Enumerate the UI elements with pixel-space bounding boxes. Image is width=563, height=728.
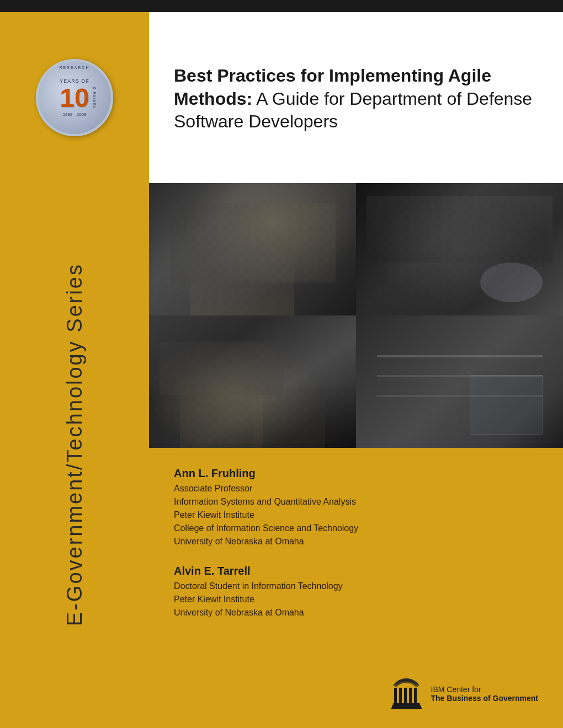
badge-number: 10 bbox=[60, 85, 89, 111]
page: Research & Results Years of 10 1998 - 20… bbox=[0, 0, 563, 728]
author2-title: Doctoral Student in Information Technolo… bbox=[174, 580, 538, 593]
svg-rect-1 bbox=[399, 688, 402, 703]
svg-rect-3 bbox=[409, 688, 412, 703]
main-title: Best Practices for Implementing Agile Me… bbox=[174, 65, 538, 133]
ibm-logo-container: IBM Center for The Business of Governmen… bbox=[174, 676, 538, 711]
author1-dept: Information Systems and Quantitative Ana… bbox=[174, 495, 538, 508]
ibm-center-line2: The Business of Government bbox=[431, 694, 538, 703]
author2-name: Alvin E. Tarrell bbox=[174, 565, 538, 577]
ibm-icon bbox=[389, 676, 424, 711]
series-text-container: E-Government/Technology Series bbox=[63, 183, 87, 728]
ibm-center-line1: IBM Center for bbox=[431, 685, 538, 694]
content-area: Best Practices for Implementing Agile Me… bbox=[149, 12, 563, 728]
badge-container: Research & Results Years of 10 1998 - 20… bbox=[0, 12, 149, 183]
author2-block: Alvin E. Tarrell Doctoral Student in Inf… bbox=[174, 565, 538, 619]
ibm-logo: IBM Center for The Business of Governmen… bbox=[389, 676, 538, 711]
authors-container: Ann L. Fruhling Associate Professor Info… bbox=[174, 467, 538, 619]
svg-rect-7 bbox=[391, 708, 422, 709]
badge-arc-top: Research bbox=[60, 66, 90, 69]
svg-rect-2 bbox=[404, 688, 407, 703]
svg-rect-4 bbox=[414, 688, 417, 703]
author2-university: University of Nebraska at Omaha bbox=[174, 606, 538, 619]
sidebar: Research & Results Years of 10 1998 - 20… bbox=[0, 12, 149, 728]
photo-2 bbox=[356, 183, 563, 315]
svg-rect-5 bbox=[393, 703, 420, 705]
photo-1 bbox=[149, 183, 356, 315]
photo-4 bbox=[356, 315, 563, 448]
ibm-text-block: IBM Center for The Business of Governmen… bbox=[431, 685, 538, 703]
author1-institute: Peter Kiewit Institute bbox=[174, 508, 538, 522]
photo-3 bbox=[149, 315, 356, 448]
badge: Research & Results Years of 10 1998 - 20… bbox=[36, 59, 113, 136]
author1-block: Ann L. Fruhling Associate Professor Info… bbox=[174, 467, 538, 548]
series-text: E-Government/Technology Series bbox=[63, 263, 87, 626]
author-section: Ann L. Fruhling Associate Professor Info… bbox=[149, 448, 563, 728]
author1-name: Ann L. Fruhling bbox=[174, 467, 538, 480]
author2-institute: Peter Kiewit Institute bbox=[174, 593, 538, 606]
author1-college: College of Information Science and Techn… bbox=[174, 522, 538, 535]
svg-rect-0 bbox=[394, 688, 397, 703]
badge-arc-right: & Results bbox=[93, 87, 97, 109]
author1-university: University of Nebraska at Omaha bbox=[174, 535, 538, 548]
author1-title: Associate Professor bbox=[174, 482, 538, 495]
badge-year-range: 1998 - 2008 bbox=[63, 112, 87, 117]
photos-grid bbox=[149, 183, 563, 448]
svg-rect-6 bbox=[392, 705, 421, 708]
title-section: Best Practices for Implementing Agile Me… bbox=[149, 12, 563, 183]
main-area: Research & Results Years of 10 1998 - 20… bbox=[0, 12, 563, 728]
top-bar bbox=[0, 0, 563, 12]
